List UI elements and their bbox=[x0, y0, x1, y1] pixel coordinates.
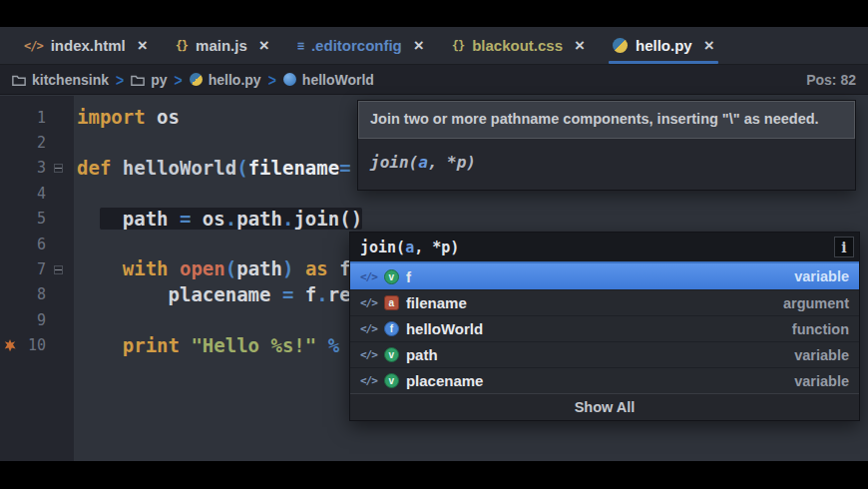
folder-icon bbox=[131, 74, 145, 86]
close-tab-icon[interactable]: × bbox=[414, 37, 424, 54]
gutter-row: 6 bbox=[0, 232, 74, 256]
line-number-gutter: 1 2 3 4 5 6 7 8 9 10 bbox=[0, 96, 74, 461]
gutter-row: 8 bbox=[0, 282, 74, 307]
line-number: 6 bbox=[20, 236, 46, 253]
breadcrumb: kitchensink > py > hello.py > helloWorld… bbox=[0, 65, 868, 95]
tab-bar: </> index.html × {} main.js × ≡ .editorc… bbox=[0, 27, 868, 65]
tab-label: main.js bbox=[196, 37, 247, 54]
breadcrumb-label: kitchensink bbox=[32, 72, 109, 88]
gutter-row: 10 bbox=[0, 333, 74, 358]
breadcrumb-item-helloworld[interactable]: helloWorld bbox=[283, 72, 374, 88]
completion-label: path bbox=[406, 346, 438, 363]
close-tab-icon[interactable]: × bbox=[259, 37, 269, 54]
tab-main-js[interactable]: {} main.js × bbox=[162, 27, 283, 64]
completion-kind: variable bbox=[794, 347, 849, 363]
variable-badge-icon: v bbox=[384, 347, 399, 362]
close-tab-icon[interactable]: × bbox=[704, 37, 714, 54]
line-number: 2 bbox=[20, 134, 46, 152]
tab-editorconfig[interactable]: ≡ .editorconfig × bbox=[283, 27, 438, 64]
line-number: 5 bbox=[20, 210, 46, 228]
gutter-row: 7 bbox=[0, 256, 74, 281]
editor-window: </> index.html × {} main.js × ≡ .editorc… bbox=[0, 27, 868, 461]
symbol-icon bbox=[283, 73, 296, 86]
line-number: 8 bbox=[20, 285, 46, 303]
line-number: 1 bbox=[20, 109, 46, 127]
folder-icon bbox=[12, 74, 26, 86]
code-line-current[interactable]: path = os.path.join() bbox=[77, 207, 868, 232]
html-file-icon: </> bbox=[24, 39, 43, 53]
config-file-icon: ≡ bbox=[297, 39, 303, 53]
completion-item-placename[interactable]: </> v placename variable bbox=[350, 367, 859, 393]
close-tab-icon[interactable]: × bbox=[575, 37, 585, 54]
completion-label: helloWorld bbox=[406, 320, 483, 337]
gutter-row: 2 bbox=[0, 130, 74, 155]
breadcrumb-item-hello-py[interactable]: hello.py bbox=[190, 72, 261, 88]
calltip-signature: join(a, *p) bbox=[358, 139, 855, 190]
fold-marker-icon[interactable] bbox=[54, 265, 63, 274]
calltip-doc-text: Join two or more pathname components, in… bbox=[358, 101, 855, 139]
code-icon: </> bbox=[360, 322, 377, 335]
line-number: 4 bbox=[20, 185, 46, 203]
signature-text: join(a, *p) bbox=[360, 239, 459, 256]
cursor-position: Pos: 82 bbox=[806, 72, 856, 88]
python-file-icon bbox=[190, 73, 203, 86]
breadcrumb-label: helloWorld bbox=[302, 72, 374, 88]
current-argument: a bbox=[418, 153, 428, 172]
tab-blackout-css[interactable]: {} blackout.css × bbox=[438, 27, 599, 64]
gutter-row: 4 bbox=[0, 181, 74, 206]
completion-kind: argument bbox=[783, 295, 849, 311]
tab-label: blackout.css bbox=[472, 37, 563, 54]
completion-item-f[interactable]: </> v f variable bbox=[350, 263, 859, 289]
chevron-right-icon: > bbox=[175, 70, 183, 88]
variable-badge-icon: v bbox=[384, 269, 399, 284]
line-number: 7 bbox=[20, 260, 46, 278]
calltip-popup: Join two or more pathname components, in… bbox=[357, 100, 856, 191]
python-file-icon bbox=[613, 38, 628, 53]
line-number: 3 bbox=[20, 159, 46, 177]
completion-item-path[interactable]: </> v path variable bbox=[350, 341, 859, 367]
chevron-right-icon: > bbox=[116, 70, 124, 88]
gutter-row: 1 bbox=[0, 105, 74, 130]
gutter-row: 3 bbox=[0, 156, 74, 181]
current-argument: a bbox=[405, 239, 414, 256]
autocomplete-popup: join(a, *p) i </> v f variable </> a fil… bbox=[349, 232, 860, 421]
info-button[interactable]: i bbox=[834, 237, 854, 257]
js-file-icon: {} bbox=[176, 39, 188, 53]
completion-label: filename bbox=[406, 294, 467, 311]
gutter-row: 9 bbox=[0, 307, 74, 332]
tab-label: .editorconfig bbox=[311, 37, 402, 54]
breadcrumb-label: hello.py bbox=[209, 72, 261, 88]
chevron-right-icon: > bbox=[268, 70, 276, 88]
argument-badge-icon: a bbox=[384, 295, 399, 310]
completion-kind: function bbox=[792, 321, 849, 337]
completion-kind: variable bbox=[794, 268, 849, 284]
completion-label: placename bbox=[406, 372, 484, 389]
autocomplete-signature-row: join(a, *p) i bbox=[350, 233, 859, 261]
code-icon: </> bbox=[360, 270, 377, 283]
gutter-row: 5 bbox=[0, 207, 74, 232]
line-number: 9 bbox=[20, 311, 46, 329]
tab-label: hello.py bbox=[636, 37, 692, 54]
breadcrumb-item-py[interactable]: py bbox=[131, 72, 167, 88]
css-file-icon: {} bbox=[452, 39, 464, 53]
completion-item-helloworld[interactable]: </> f helloWorld function bbox=[350, 315, 859, 341]
line-number: 10 bbox=[20, 336, 46, 354]
fold-marker-icon[interactable] bbox=[54, 164, 63, 173]
tab-hello-py[interactable]: hello.py × bbox=[599, 27, 728, 64]
show-all-button[interactable]: Show All bbox=[350, 393, 859, 420]
tab-label: index.html bbox=[51, 37, 126, 54]
close-tab-icon[interactable]: × bbox=[138, 37, 148, 54]
code-icon: </> bbox=[360, 296, 377, 309]
code-icon: </> bbox=[360, 374, 377, 387]
code-icon: </> bbox=[360, 348, 377, 361]
function-badge-icon: f bbox=[384, 321, 399, 336]
breadcrumb-label: py bbox=[151, 72, 167, 88]
tab-index-html[interactable]: </> index.html × bbox=[10, 27, 162, 64]
completion-label: f bbox=[406, 268, 411, 285]
breadcrumb-item-kitchensink[interactable]: kitchensink bbox=[12, 72, 109, 88]
completion-kind: variable bbox=[794, 373, 849, 389]
variable-badge-icon: v bbox=[384, 373, 399, 388]
syntax-warning-icon bbox=[3, 338, 17, 352]
completion-item-filename[interactable]: </> a filename argument bbox=[350, 289, 859, 315]
